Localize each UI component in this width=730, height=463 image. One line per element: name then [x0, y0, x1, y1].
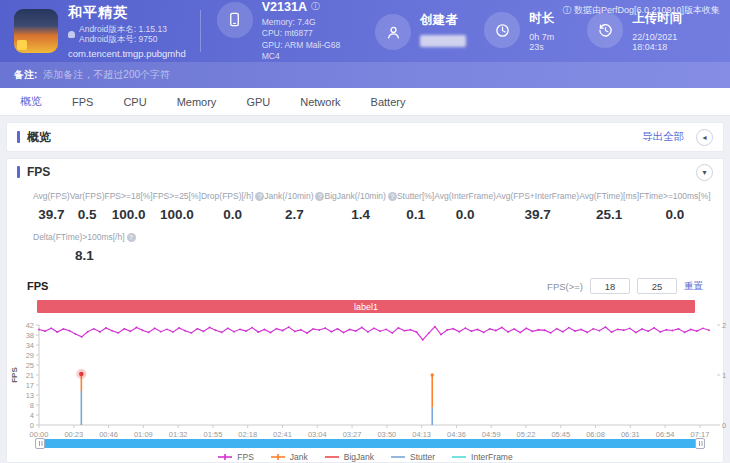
fps-series-point — [483, 331, 485, 333]
help-icon[interactable] — [255, 192, 264, 201]
datazoom-left-handle[interactable] — [35, 438, 45, 449]
fps-panel-title: FPS — [27, 165, 50, 179]
fps-series-point — [282, 330, 284, 332]
collapse-left-icon[interactable] — [696, 129, 713, 146]
stat-label: FPS>=25[%] — [153, 191, 201, 201]
fps-series-point — [464, 327, 466, 329]
datazoom-slider[interactable] — [37, 439, 703, 448]
reset-link[interactable]: 重置 — [684, 280, 703, 293]
collector-note: ⓘ 数据由PerfDog[6.0.210910]版本收集 — [562, 4, 720, 17]
fps-series-point — [245, 330, 247, 332]
fps-series-point — [93, 328, 95, 330]
y-tick-right-label: 2 — [722, 321, 726, 330]
tab-Memory[interactable]: Memory — [177, 96, 217, 108]
tab-Network[interactable]: Network — [300, 96, 340, 108]
fps-series-point — [647, 330, 649, 332]
stat-label: Avg(FTime)[ms] — [579, 191, 639, 201]
stat-value: 2.7 — [264, 207, 324, 222]
fps-series-point — [690, 329, 692, 331]
fps-series-point — [531, 331, 533, 333]
x-tick-label: 05:45 — [551, 430, 570, 439]
stat-FPS>=25[%]: FPS>=25[%]100.0 — [153, 191, 201, 222]
fps-series-point — [684, 331, 686, 333]
fps-series-point — [105, 327, 107, 329]
tab-概览[interactable]: 概览 — [20, 94, 42, 109]
legend-item-FPS[interactable]: FPS — [217, 452, 254, 462]
fps-threshold-high-input[interactable] — [637, 278, 677, 294]
jank-marker — [431, 373, 434, 376]
fps-series-point — [385, 328, 387, 330]
creator-block: 创建者 — [375, 12, 466, 50]
x-tick-label: 06:31 — [621, 430, 640, 439]
tab-GPU[interactable]: GPU — [246, 96, 270, 108]
fps-series-point — [300, 329, 302, 331]
help-icon[interactable] — [388, 192, 397, 201]
y-tick-label: 38 — [26, 331, 34, 340]
fps-series-point — [215, 329, 217, 331]
upload-time-value: 22/10/2021 18:04:18 — [632, 32, 712, 52]
stat-Avg(FPS): Avg(FPS)39.7 — [33, 191, 70, 222]
fps-series-point — [123, 328, 125, 330]
header-divider — [200, 10, 201, 52]
android-version-name: Android版本名: 1.15.13 — [79, 24, 167, 35]
stat-value: 0.0 — [434, 207, 496, 222]
fps-series-point — [343, 332, 345, 334]
y-tick-label: 0 — [30, 421, 34, 430]
y-tick-label: 8 — [30, 401, 34, 410]
legend-item-BigJank[interactable]: BigJank — [324, 452, 374, 462]
x-tick-label: 03:04 — [308, 430, 327, 439]
clock-icon — [484, 12, 520, 48]
fps-series-point — [324, 327, 326, 329]
help-icon[interactable] — [315, 192, 324, 201]
fps-series-point — [471, 330, 473, 332]
remarks-bar[interactable]: 备注: 添加备注，不超过200个字符 — [0, 62, 730, 88]
fps-series-point — [288, 326, 290, 328]
fps-series-point — [44, 330, 46, 332]
fps-threshold-low-input[interactable] — [590, 278, 630, 294]
tab-Battery[interactable]: Battery — [371, 96, 406, 108]
fps-panel: FPS Avg(FPS)39.7Var(FPS)0.5FPS>=18[%]100… — [6, 158, 724, 463]
fps-series-point — [87, 331, 89, 333]
fps-series-point — [391, 332, 393, 334]
stat-label: FTime>=100ms[%] — [639, 191, 711, 201]
fps-series-point — [550, 332, 552, 334]
y-tick-label: 42 — [26, 321, 34, 330]
fps-series-point — [605, 326, 607, 328]
fps-series-point — [160, 331, 162, 333]
fps-series-point — [397, 327, 399, 329]
fps-series-point — [111, 330, 113, 332]
x-tick-label: 06:54 — [656, 430, 675, 439]
tab-FPS[interactable]: FPS — [72, 96, 93, 108]
fps-series-point — [489, 328, 491, 330]
fps-series-point — [38, 329, 40, 331]
export-all-link[interactable]: 导出全部 — [642, 130, 684, 144]
x-tick-label: 03:50 — [377, 430, 396, 439]
label1-marker-bar[interactable]: label1 — [37, 300, 695, 313]
legend-label: Jank — [290, 452, 308, 462]
app-title: 和平精英 — [68, 4, 186, 22]
legend-item-Jank[interactable]: Jank — [270, 452, 308, 462]
datazoom-right-handle[interactable] — [695, 438, 705, 449]
fps-chart-header: FPS FPS(>=) 重置 — [7, 278, 723, 294]
fps-series-point — [507, 331, 509, 333]
legend-item-Stutter[interactable]: Stutter — [390, 452, 435, 462]
fps-series-point — [708, 329, 710, 331]
stat-Drop(FPS)[/h]: Drop(FPS)[/h]0.0 — [201, 191, 264, 222]
fps-series-point — [665, 329, 667, 331]
legend-item-InterFrame[interactable]: InterFrame — [451, 452, 513, 462]
help-icon[interactable] — [127, 233, 136, 242]
device-cpu: CPU: mt6877 — [262, 28, 357, 40]
collapse-down-icon[interactable] — [696, 164, 713, 181]
fps-series-point — [422, 339, 424, 341]
device-info-icon[interactable]: ⓘ — [311, 0, 320, 13]
fps-series-point — [196, 328, 198, 330]
tab-CPU[interactable]: CPU — [123, 96, 146, 108]
fps-series-point — [136, 326, 138, 328]
fps-series-point — [190, 332, 192, 334]
fps-line-chart[interactable]: 4238342925211713840210FPSJank00:0000:230… — [7, 315, 730, 439]
history-clock-icon — [587, 12, 623, 48]
fps-series-point — [404, 330, 406, 332]
stat-Delta(FTime)>100ms[/h]: Delta(FTime)>100ms[/h]8.1 — [33, 232, 136, 263]
stat-label: BigJank(/10min) — [324, 191, 396, 201]
legend-label: FPS — [237, 452, 254, 462]
